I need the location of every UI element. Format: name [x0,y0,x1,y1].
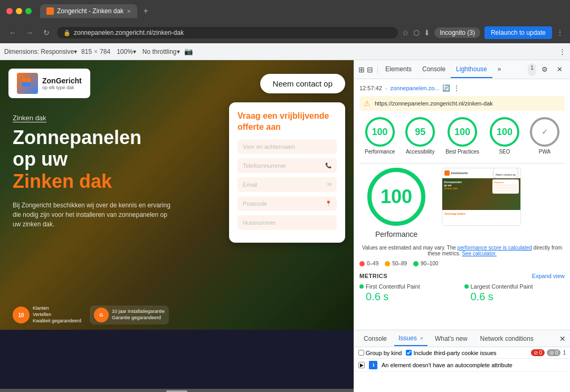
settings-button[interactable]: ⚙ [538,63,551,76]
metric-lcp-header: Largest Contentful Paint [464,283,565,290]
best-practices-label: Best Practices [445,149,479,155]
legend-dot-green [413,261,419,266]
form-field-housenumber[interactable]: Huisnummer [238,215,337,230]
guarantee-badge: G 10 jaar installatiegarantie Garantie g… [90,305,169,324]
performance-circle: 100 [365,117,395,147]
metrics-header: METRICS Expand view [359,273,565,279]
thumb-input-3 [494,189,517,192]
thumb-bottom: Aanvraag button [442,210,520,225]
more-options-button[interactable]: ⋮ [559,47,566,55]
lh-dash: - [385,85,387,91]
width-value: 815 [81,48,92,55]
dimensions-dropdown-icon[interactable]: ▾ [74,48,77,55]
thumb-brand: ZonGericht [451,171,468,175]
devtools-toolbar: Dimensions: Responsive ▾ 815 × 784 100% … [0,43,570,60]
score-best-practices[interactable]: 100 Best Practices [445,117,479,155]
metric-lcp-dot [464,284,469,289]
score-seo[interactable]: 100 SEO [490,117,519,155]
logo-brand: ZonGericht [42,77,82,85]
console-close-button[interactable]: ✕ [559,334,566,343]
score-pwa[interactable]: ✓ PWA [530,117,559,155]
email-icon: ✉ [327,181,331,187]
tab-elements[interactable]: Elements [380,61,417,78]
throttling-label: No throttling [142,48,177,55]
incognito-button[interactable]: Incognito (3) [434,27,480,38]
lighthouse-content: 12:57:42 - zonnepanelen.zo... 🔄 ⋮ ⚠ http… [354,79,570,330]
metric-lcp-value: 0.6 s [464,291,565,303]
download-button[interactable]: ⬇ [424,28,430,37]
close-button[interactable] [6,8,13,14]
thumb-header: ZonGericht Neem contact op [442,168,520,178]
postcode-icon: 📍 [325,200,331,206]
third-party-filter[interactable]: Include third-party cookie issues [406,350,496,356]
console-message-row: ▶ ℹ An element doesn't have an autocompl… [354,359,570,372]
console-message-icon: ℹ [369,361,377,369]
form-field-name[interactable]: Voor en achternaam [238,139,337,154]
calculator-link[interactable]: See calculator. [462,251,497,256]
minimize-button[interactable] [16,8,22,14]
lh-more-button[interactable]: ⋮ [453,84,460,92]
url-bar[interactable]: 🔒 zonnepanelen.zongericht.nl/zinken-dak [57,27,398,39]
legend-dot-orange [385,261,390,266]
devtools-undock-button[interactable]: ⊟ [367,65,373,74]
tab-close-button[interactable]: ✕ [127,8,131,14]
hero-description: Bij Zongericht beschikken wij over de ke… [13,200,171,229]
website-preview: ZonGericht op elk type dak Neem contact … [0,60,354,392]
form-field-phone[interactable]: Telefoonnummer 📞 [238,158,337,173]
extension-button[interactable]: ⬡ [413,28,420,37]
warning-text: https://zonnepanelen.zongericht.nl/zinke… [375,100,493,107]
close-devtools-button[interactable]: ✕ [553,63,566,76]
issues-close[interactable]: × [420,336,423,341]
hero-subtitle: Zinken dak [13,114,46,122]
devtools-dock-button[interactable]: ⊞ [358,65,365,74]
score-accessibility[interactable]: 95 Accessibility [405,117,435,155]
tab-lighthouse[interactable]: Lighthouse [451,61,492,78]
perf-score-link[interactable]: performance score is calculated [458,245,532,251]
console-tab-issues[interactable]: Issues × [394,331,428,346]
drag-dots [166,390,187,392]
group-by-kind-filter[interactable]: Group by kind [358,350,402,356]
lh-refresh-button[interactable]: 🔄 [442,84,450,92]
maximize-button[interactable] [25,8,32,14]
browser-tab[interactable]: Zongericht - Zinken dak ✕ [40,4,137,18]
form-field-email[interactable]: Email ✉ [238,177,337,192]
forward-button[interactable]: → [23,26,36,39]
big-score-section: 100 Performance ZonGericht Neem contact … [359,168,565,238]
bookmark-button[interactable]: ☆ [402,28,409,37]
zoom-dropdown[interactable]: ▾ [133,48,136,55]
form-field-postcode[interactable]: Postcode 📍 [238,196,337,211]
score-legend: 0–49 50–89 90–100 [359,261,565,266]
legend-red: 0–49 [359,261,378,266]
new-tab-button[interactable]: + [139,5,152,17]
console-tab-console[interactable]: Console [358,332,392,346]
error-badge: ⊘ 0 [531,349,545,356]
error-counts: ⊘ 0 ⊘ 0 1 [531,349,566,356]
thumb-form: Vraag een [492,179,519,194]
back-button[interactable]: ← [6,26,19,39]
metrics-title: METRICS [359,273,387,279]
group-by-kind-checkbox[interactable] [358,350,364,356]
badge-count: 1 [528,63,536,76]
refresh-button[interactable]: ↻ [40,26,53,39]
console-tab-network[interactable]: Network conditions [475,332,539,346]
site-thumbnail: ZonGericht Neem contact op Zonnepanelen … [442,168,521,226]
svg-rect-3 [26,82,31,87]
expand-view-button[interactable]: Expand view [532,273,565,279]
tab-label: Zongericht - Zinken dak [57,7,124,15]
menu-button[interactable]: ⋮ [556,28,564,37]
thumb-hero-text: Zonnepanelen op uw Zinken dak [444,180,462,190]
legend-green: 90–100 [413,261,438,266]
tab-favicon [46,7,54,15]
lock-icon: 🔒 [63,30,71,36]
relaunch-button[interactable]: Relaunch to update [484,26,552,39]
throttling-dropdown[interactable]: ▾ [177,48,180,55]
camera-icon-button[interactable]: 📷 [184,47,193,55]
drag-handle[interactable] [0,389,354,392]
tab-console[interactable]: Console [417,61,451,78]
tab-more[interactable]: » [492,61,507,78]
score-performance[interactable]: 100 Performance [365,117,395,155]
contact-button[interactable]: Neem contact op [260,74,345,93]
console-tab-whatsnew[interactable]: What's new [430,332,473,346]
third-party-checkbox[interactable] [406,350,412,356]
console-expand-button[interactable]: ▶ [358,362,365,368]
